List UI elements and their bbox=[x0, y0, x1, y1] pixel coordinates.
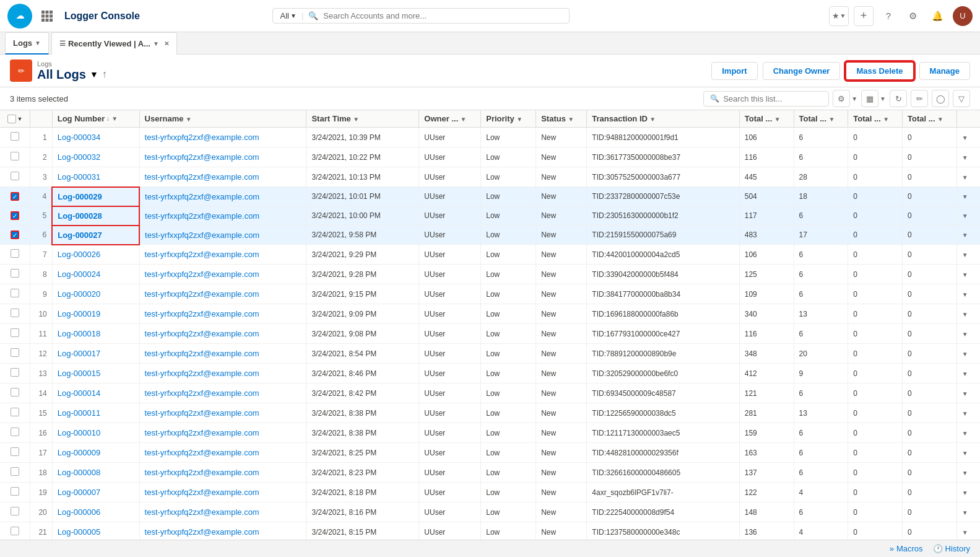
row-action-dropdown-icon[interactable]: ▼ bbox=[962, 410, 968, 417]
th-total1[interactable]: Total ... ▼ bbox=[739, 110, 794, 128]
settings-dropdown-icon[interactable]: ▼ bbox=[851, 95, 857, 102]
row-action-cell[interactable]: ▼ bbox=[956, 423, 980, 443]
row-checkbox-cell[interactable] bbox=[0, 206, 30, 226]
username-cell[interactable]: test-yrfxxpfq2zxf@example.com bbox=[139, 384, 306, 403]
row-action-cell[interactable]: ▼ bbox=[956, 265, 980, 284]
th-priority-dropdown[interactable]: ▼ bbox=[516, 116, 523, 123]
row-checkbox-cell[interactable] bbox=[0, 265, 30, 284]
th-owner[interactable]: Owner ... ▼ bbox=[419, 110, 481, 128]
row-action-cell[interactable]: ▼ bbox=[956, 502, 980, 522]
log-number-cell[interactable]: Log-000010 bbox=[52, 423, 139, 443]
gear-button[interactable]: ⚙ bbox=[903, 6, 923, 26]
th-transaction-dropdown[interactable]: ▼ bbox=[649, 116, 656, 123]
user-avatar[interactable]: U bbox=[953, 6, 973, 26]
log-number-cell[interactable]: Log-000015 bbox=[52, 364, 139, 384]
global-search-input[interactable] bbox=[323, 11, 561, 20]
username-link[interactable]: test-yrfxxpfq2zxf@example.com bbox=[145, 172, 259, 182]
mass-delete-button[interactable]: Mass Delete bbox=[845, 61, 914, 81]
refresh-icon-button[interactable]: ↻ bbox=[890, 90, 907, 107]
row-action-cell[interactable]: ▼ bbox=[956, 443, 980, 463]
log-number-link[interactable]: Log-000031 bbox=[58, 172, 100, 182]
username-cell[interactable]: test-yrfxxpfq2zxf@example.com bbox=[139, 284, 306, 304]
row-action-cell[interactable]: ▼ bbox=[956, 147, 980, 167]
row-checkbox-cell[interactable] bbox=[0, 384, 30, 403]
username-cell[interactable]: test-yrfxxpfq2zxf@example.com bbox=[139, 364, 306, 384]
row-checkbox[interactable] bbox=[11, 447, 19, 456]
row-checkbox[interactable] bbox=[11, 428, 19, 436]
username-link[interactable]: test-yrfxxpfq2zxf@example.com bbox=[145, 488, 259, 497]
row-action-cell[interactable]: ▼ bbox=[956, 403, 980, 423]
username-cell[interactable]: test-yrfxxpfq2zxf@example.com bbox=[139, 128, 306, 147]
apps-grid-button[interactable] bbox=[37, 6, 57, 26]
row-action-dropdown-icon[interactable]: ▼ bbox=[962, 331, 968, 338]
row-action-cell[interactable]: ▼ bbox=[956, 226, 980, 245]
log-number-link[interactable]: Log-000008 bbox=[58, 468, 100, 477]
username-cell[interactable]: test-yrfxxpfq2zxf@example.com bbox=[139, 344, 306, 364]
row-action-dropdown-icon[interactable]: ▼ bbox=[962, 174, 968, 181]
log-number-cell[interactable]: Log-000027 bbox=[52, 226, 139, 245]
th-select-all[interactable]: ▼ bbox=[0, 110, 30, 128]
log-number-cell[interactable]: Log-000011 bbox=[52, 403, 139, 423]
row-checkbox[interactable] bbox=[11, 172, 19, 180]
log-number-cell[interactable]: Log-000020 bbox=[52, 284, 139, 304]
log-number-link[interactable]: Log-000015 bbox=[58, 369, 100, 378]
log-number-link[interactable]: Log-000009 bbox=[58, 448, 100, 457]
username-link[interactable]: test-yrfxxpfq2zxf@example.com bbox=[145, 408, 259, 418]
edit-icon-button[interactable]: ✏ bbox=[10, 59, 32, 82]
log-number-link[interactable]: Log-000017 bbox=[58, 349, 100, 358]
username-link[interactable]: test-yrfxxpfq2zxf@example.com bbox=[145, 133, 259, 142]
row-checkbox-cell[interactable] bbox=[0, 443, 30, 463]
username-cell[interactable]: test-yrfxxpfq2zxf@example.com bbox=[139, 423, 306, 443]
row-action-cell[interactable]: ▼ bbox=[956, 463, 980, 483]
log-number-cell[interactable]: Log-000019 bbox=[52, 304, 139, 324]
username-cell[interactable]: test-yrfxxpfq2zxf@example.com bbox=[139, 226, 306, 245]
row-checkbox-cell[interactable] bbox=[0, 128, 30, 147]
filter-icon-button[interactable]: ▽ bbox=[953, 90, 970, 107]
title-dropdown-icon[interactable]: ▼ bbox=[90, 69, 98, 79]
row-checkbox-cell[interactable] bbox=[0, 167, 30, 187]
row-checkbox[interactable] bbox=[11, 269, 19, 278]
history-link[interactable]: 🕐 History bbox=[933, 544, 970, 553]
log-number-link[interactable]: Log-000027 bbox=[58, 230, 102, 240]
global-search-bar[interactable]: All ▼ | 🔍 bbox=[272, 8, 570, 24]
row-checkbox[interactable] bbox=[11, 467, 19, 476]
row-checkbox-cell[interactable] bbox=[0, 324, 30, 344]
row-checkbox-cell[interactable] bbox=[0, 304, 30, 324]
log-number-cell[interactable]: Log-000006 bbox=[52, 502, 139, 522]
log-number-cell[interactable]: Log-000028 bbox=[52, 206, 139, 226]
row-checkbox[interactable] bbox=[11, 527, 19, 535]
row-action-cell[interactable]: ▼ bbox=[956, 187, 980, 206]
select-all-checkbox[interactable] bbox=[7, 115, 16, 123]
row-checkbox-cell[interactable] bbox=[0, 463, 30, 483]
row-action-cell[interactable]: ▼ bbox=[956, 128, 980, 147]
salesforce-logo[interactable]: ☁ bbox=[7, 4, 32, 29]
th-total1-dropdown[interactable]: ▼ bbox=[774, 116, 781, 123]
columns-dropdown-icon[interactable]: ▼ bbox=[880, 95, 886, 102]
tab-logs[interactable]: Logs ▼ bbox=[5, 32, 49, 55]
row-checkbox[interactable] bbox=[11, 487, 19, 496]
th-status[interactable]: Status ▼ bbox=[536, 110, 587, 128]
row-checkbox[interactable] bbox=[11, 152, 19, 160]
th-start-time[interactable]: Start Time ▼ bbox=[306, 110, 419, 128]
th-total3[interactable]: Total ... ▼ bbox=[848, 110, 903, 128]
row-checkbox-cell[interactable] bbox=[0, 147, 30, 167]
username-cell[interactable]: test-yrfxxpfq2zxf@example.com bbox=[139, 147, 306, 167]
log-number-link[interactable]: Log-000019 bbox=[58, 309, 100, 318]
log-number-link[interactable]: Log-000010 bbox=[58, 428, 100, 437]
th-transaction-id[interactable]: Transaction ID ▼ bbox=[587, 110, 739, 128]
log-number-cell[interactable]: Log-000017 bbox=[52, 344, 139, 364]
manage-button[interactable]: Manage bbox=[919, 62, 970, 80]
log-number-cell[interactable]: Log-000029 bbox=[52, 187, 139, 206]
username-link[interactable]: test-yrfxxpfq2zxf@example.com bbox=[145, 250, 259, 259]
username-cell[interactable]: test-yrfxxpfq2zxf@example.com bbox=[139, 304, 306, 324]
row-action-dropdown-icon[interactable]: ▼ bbox=[962, 390, 968, 397]
row-action-dropdown-icon[interactable]: ▼ bbox=[962, 134, 968, 141]
log-number-cell[interactable]: Log-000026 bbox=[52, 245, 139, 265]
th-priority[interactable]: Priority ▼ bbox=[481, 110, 536, 128]
help-button[interactable]: ? bbox=[878, 6, 898, 26]
row-checkbox-cell[interactable] bbox=[0, 245, 30, 265]
username-link[interactable]: test-yrfxxpfq2zxf@example.com bbox=[145, 230, 259, 240]
bell-button[interactable]: 🔔 bbox=[928, 6, 948, 26]
log-number-link[interactable]: Log-000011 bbox=[58, 408, 100, 418]
log-number-link[interactable]: Log-000024 bbox=[58, 270, 100, 279]
